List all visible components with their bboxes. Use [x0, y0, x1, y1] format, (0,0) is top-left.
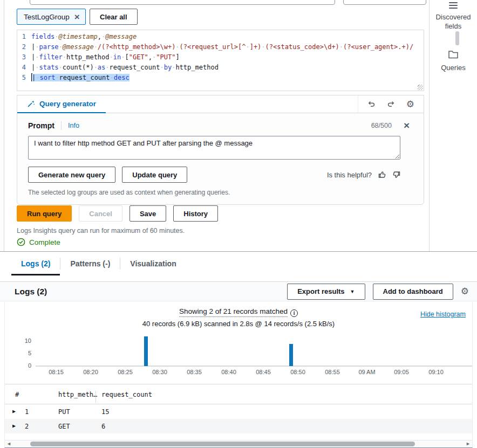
scroll-right-icon[interactable]: ►: [466, 441, 471, 446]
undo-icon[interactable]: [367, 100, 376, 108]
helpful-label: Is this helpful?: [327, 171, 372, 179]
records-matched-text: Showing 2 of 21 records matched: [179, 307, 288, 317]
code-line: 2|·parse·@message·/(?<http_method>\w+)·(…: [17, 42, 424, 52]
records-matched-summary: Showing 2 of 21 records matchedi: [5, 307, 472, 317]
x-axis-label: 08:25: [113, 369, 137, 375]
prompt-input[interactable]: I want to filter http method GET and PUT…: [28, 136, 400, 160]
cancel-button[interactable]: Cancel: [79, 205, 122, 222]
query-generator-settings-icon[interactable]: ⚙: [406, 99, 414, 110]
x-axis-label: 08:35: [182, 369, 206, 375]
tab-patterns[interactable]: Patterns (-): [60, 252, 120, 275]
query-generator-tabbar: Query generator ⚙: [17, 95, 424, 113]
history-button[interactable]: History: [173, 205, 218, 222]
editor-resize-handle[interactable]: [418, 85, 423, 90]
thumbs-up-icon[interactable]: [378, 170, 386, 179]
redo-icon[interactable]: [387, 100, 395, 108]
line-number: 1: [17, 32, 31, 42]
prompt-panel: Prompt Info 68/500 × I want to filter ht…: [17, 113, 424, 204]
log-group-token-label: TestLogGroup: [24, 13, 70, 21]
run-query-button[interactable]: Run query: [17, 205, 72, 222]
tab-visualization[interactable]: Visualization: [120, 252, 186, 275]
cutoff-toolbar-control[interactable]: [343, 0, 426, 5]
y-axis-label: 0: [16, 362, 31, 369]
query-generator-toolbar: ⚙: [358, 95, 424, 113]
context-note: The selected log groups are used as cont…: [28, 189, 413, 196]
results-section: Logs (2) Patterns (-) Visualization Logs…: [0, 251, 477, 448]
code-line: 3|·filter·http_method·in·["GET",·"PUT"]: [17, 52, 424, 63]
expand-row-icon[interactable]: ▶: [12, 408, 16, 414]
hide-histogram-link[interactable]: Hide histogram: [420, 311, 466, 318]
results-title: Logs (2): [15, 287, 47, 297]
request-count-cell: 15: [101, 408, 109, 416]
info-link[interactable]: Info: [68, 122, 79, 129]
magic-wand-icon: [27, 100, 35, 108]
folder-icon[interactable]: [448, 50, 459, 59]
results-content: Showing 2 of 21 records matchedi 40 reco…: [4, 302, 473, 448]
rail-item-queries[interactable]: Queries: [441, 64, 466, 73]
line-number: 2: [17, 42, 31, 52]
char-counter: 68/500: [371, 122, 392, 129]
x-axis-label: 08:20: [79, 369, 103, 375]
remove-log-group-icon[interactable]: ×: [74, 12, 80, 22]
scroll-left-icon[interactable]: ◄: [6, 441, 11, 446]
query-status: Complete: [17, 238, 60, 246]
expand-row-icon[interactable]: ▶: [12, 423, 16, 429]
save-button[interactable]: Save: [130, 205, 166, 222]
results-table-header: # http_meth… request_count: [5, 384, 472, 404]
menu-icon[interactable]: [449, 2, 458, 9]
add-to-dashboard-button[interactable]: Add to dashboard: [373, 284, 453, 300]
histogram-bar: [289, 344, 293, 366]
log-group-selector-input[interactable]: [30, 0, 335, 5]
logs-insights-page: TestLogGroup × Clear all 1fields·@timest…: [0, 0, 477, 448]
generate-new-query-button[interactable]: Generate new query: [28, 167, 115, 183]
y-axis-label: 5: [16, 350, 31, 356]
results-tabs: Logs (2) Patterns (-) Visualization: [0, 252, 477, 275]
rail-item-discovered-fields[interactable]: Discovered fields: [430, 13, 477, 31]
http-method-cell: PUT: [58, 408, 70, 416]
x-axis-label: 09:05: [390, 369, 413, 375]
horizontal-scrollbar[interactable]: ◄ ►: [5, 440, 472, 447]
table-row[interactable]: ▶1PUT15: [5, 404, 472, 419]
results-header: Logs (2) Export results ▼ Add to dashboa…: [0, 281, 477, 301]
x-axis-label: 08:30: [148, 369, 172, 375]
column-header-request-count[interactable]: request_count: [101, 391, 152, 398]
line-number: 3: [17, 52, 31, 63]
line-number: 4: [17, 63, 31, 73]
x-axis-label: 08:40: [217, 369, 241, 375]
tab-logs[interactable]: Logs (2): [11, 252, 60, 275]
x-axis-label: 09 AM: [355, 369, 379, 375]
results-settings-icon[interactable]: ⚙: [461, 286, 469, 297]
code-line: 5|·sort·request_count·desc: [17, 73, 424, 83]
code-line: 4|·stats·count(*)·as·request_count·by·ht…: [17, 63, 424, 73]
row-index-cell: 2: [25, 423, 29, 430]
clear-all-button[interactable]: Clear all: [90, 9, 138, 25]
check-circle-icon: [17, 238, 25, 246]
query-editor-lines: 1fields·@timestamp,·@message2|·parse·@me…: [17, 32, 424, 83]
x-axis-line: [36, 366, 472, 367]
tab-query-generator[interactable]: Query generator: [17, 95, 106, 113]
query-status-label: Complete: [29, 238, 60, 246]
query-editor[interactable]: 1fields·@timestamp,·@message2|·parse·@me…: [17, 30, 424, 91]
x-axis-label: 08:50: [286, 369, 310, 375]
log-group-token[interactable]: TestLogGroup ×: [17, 9, 86, 25]
thumbs-down-icon[interactable]: [392, 170, 401, 179]
table-row[interactable]: ▶2GET6: [5, 419, 472, 433]
column-header-index[interactable]: #: [15, 391, 19, 398]
info-icon[interactable]: i: [290, 309, 298, 317]
column-header-http-method[interactable]: http_meth…: [58, 391, 97, 398]
left-panel-edge: [0, 0, 4, 251]
update-query-button[interactable]: Update query: [122, 167, 187, 183]
query-generator-widget: Query generator ⚙ Prompt: [17, 95, 424, 205]
column-divider[interactable]: [96, 391, 96, 403]
prompt-label: Prompt: [28, 121, 54, 130]
selected-text: |·sort·request_count·desc: [32, 74, 130, 81]
chevron-down-icon: ▼: [350, 289, 355, 294]
close-prompt-icon[interactable]: ×: [404, 120, 410, 130]
x-axis-label: 08:15: [44, 369, 68, 375]
x-axis-label: 08:45: [251, 369, 275, 375]
line-number: 5: [17, 73, 31, 83]
request-count-cell: 6: [101, 423, 105, 430]
horizontal-scrollbar-thumb[interactable]: [30, 442, 415, 446]
runtime-note: Logs Insights query can run for maximum …: [17, 227, 185, 235]
export-results-button[interactable]: Export results ▼: [287, 284, 365, 300]
